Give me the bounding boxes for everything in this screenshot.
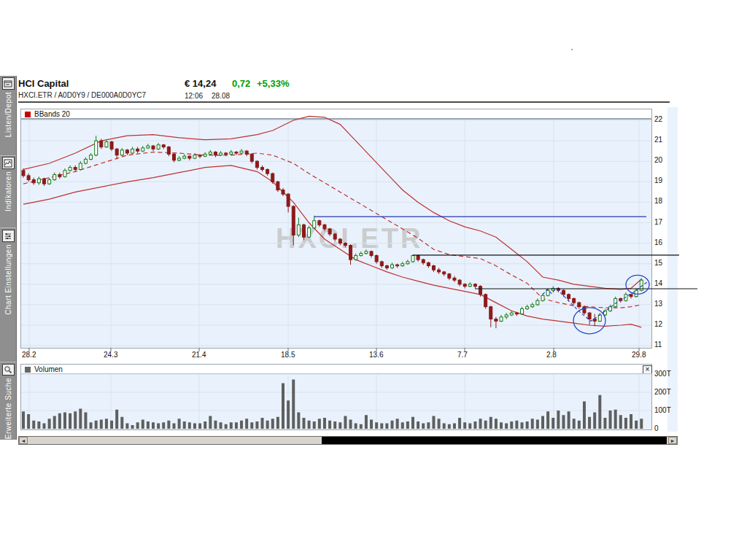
price-legend-bar: BBands 20: [20, 109, 652, 119]
bbands-legend-label: BBands 20: [34, 110, 70, 118]
chart-settings-icon: [2, 230, 15, 242]
right-margin-strip: [667, 107, 678, 432]
sidebar-tab-label: Indikatoren: [4, 171, 12, 211]
volume-plot[interactable]: [20, 373, 652, 430]
instrument-symbol-line: HXCI.ETR / A0D0Y9 / DE000A0D0YC7: [18, 91, 146, 99]
volume-tick-label: 200T: [654, 388, 671, 396]
price-tick-label: 18: [654, 197, 662, 205]
price-tick-label: 15: [654, 259, 662, 267]
sidebar-tab-erweiterte-suche[interactable]: Erweiterte Suche: [0, 363, 16, 439]
sidebar-tab-label: Listen/Depot: [4, 92, 12, 137]
date-tick-label: 13.6: [369, 351, 383, 359]
price-tick-label: 19: [654, 176, 662, 184]
date-tick-label: 7.7: [457, 351, 468, 359]
price-tick-label: 20: [654, 156, 662, 164]
change-absolute: 0,72: [232, 78, 250, 89]
date-tick-label: 29.8: [632, 351, 646, 359]
sidebar-tab-listen-depot[interactable]: Listen/Depot: [0, 77, 16, 156]
volume-tick-label: 0: [654, 424, 659, 432]
header-divider: [18, 101, 670, 103]
magnifier-icon: [2, 364, 15, 376]
indicator-curve-icon: [2, 157, 15, 169]
price-tick-label: 11: [654, 341, 662, 349]
volume-tick-label: 300T: [654, 370, 671, 378]
volume-legend-bar: Volumen ×: [20, 364, 652, 374]
scroll-left-button[interactable]: ◄: [19, 437, 28, 444]
scroll-right-button[interactable]: ►: [668, 437, 677, 444]
ticker-watermark: HXCI.ETR: [276, 223, 422, 254]
quote-date: 28.08: [212, 92, 230, 100]
sidebar-tab-chart-einstellungen[interactable]: Chart Einstellungen: [0, 229, 16, 362]
price-tick-label: 16: [654, 238, 662, 246]
date-tick-label: 24.3: [104, 351, 117, 359]
sidebar-tab-label: Erweiterte Suche: [4, 378, 12, 439]
h-scrollbar[interactable]: ◄ ►: [18, 436, 678, 445]
price-tick-label: 22: [654, 115, 662, 123]
change-percent: +5,33%: [257, 78, 289, 89]
speck: [571, 49, 573, 50]
date-tick-label: 18.5: [281, 351, 295, 359]
date-tick-label: 28.2: [22, 351, 36, 359]
scrollbar-thumb[interactable]: [322, 437, 667, 444]
price-tick-label: 14: [654, 279, 662, 287]
date-tick-label: 21.4: [192, 351, 206, 359]
volume-legend-swatch: [25, 367, 31, 373]
price-tick-label: 17: [654, 218, 662, 226]
quote-time: 12:06: [185, 92, 203, 100]
depot-window-icon: [2, 77, 15, 90]
price-tick-label: 12: [654, 320, 662, 328]
bbands-legend-swatch: [25, 112, 31, 117]
price-tick-label: 21: [654, 136, 662, 144]
volume-legend-label: Volumen: [34, 365, 63, 373]
last-price: € 14,24: [185, 78, 216, 89]
instrument-title: HCI Capital: [18, 78, 69, 89]
sidebar-tab-indikatoren[interactable]: Indikatoren: [0, 156, 16, 228]
date-tick-label: 2.8: [546, 351, 557, 359]
volume-tick-label: 100T: [654, 406, 671, 414]
sidebar: Listen/Depot Indikatoren Chart Einstellu…: [0, 76, 17, 440]
sidebar-tab-label: Chart Einstellungen: [4, 244, 12, 315]
price-tick-label: 13: [654, 300, 662, 308]
